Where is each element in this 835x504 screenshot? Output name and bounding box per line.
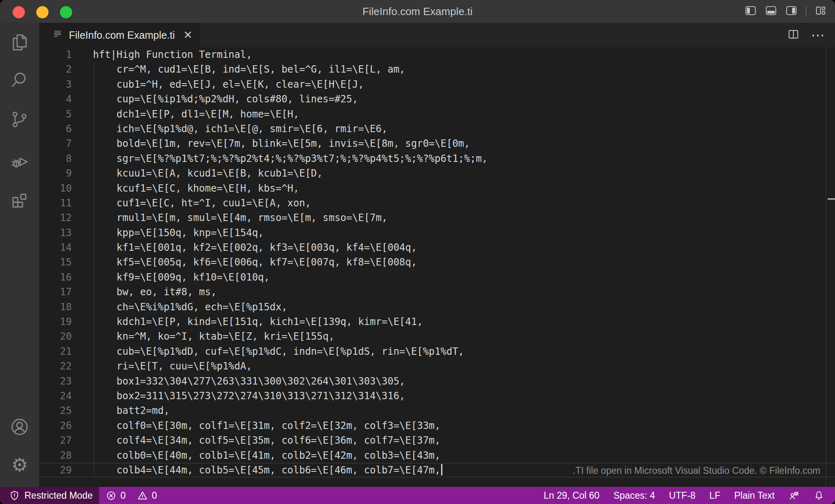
code-line[interactable]: 26 colf0=\E[30m, colf1=\E[31m, colf2=\E[… (39, 418, 835, 433)
code-text: ri=\E[T, cuu=\E[%p1%dA, (72, 359, 252, 374)
toggle-panel-icon[interactable] (765, 5, 777, 18)
code-line[interactable]: 3 cub1=^H, ed=\E[J, el=\E[K, clear=\E[H\… (39, 77, 835, 92)
code-line[interactable]: 2 cr=^M, cud1=\E[B, ind=\E[S, bel=^G, il… (39, 62, 835, 77)
language-mode-item[interactable]: Plain Text (734, 490, 775, 501)
settings-gear-icon[interactable]: ⚙ (10, 455, 29, 475)
code-line[interactable]: 25 batt2=md, (39, 403, 835, 418)
code-line[interactable]: 23 box1=332\304\277\263\331\300\302\264\… (39, 374, 835, 389)
tab-fileinfo-example[interactable]: FileInfo.com Example.ti ✕ (39, 23, 200, 47)
code-line[interactable]: 1hft|High Function Terminal, (39, 47, 835, 62)
problems-item[interactable]: 0 0 (106, 490, 157, 501)
line-number: 9 (39, 166, 72, 181)
activity-bar: ⚙ (0, 23, 39, 487)
cursor-position-item[interactable]: Ln 29, Col 60 (544, 490, 600, 501)
code-line[interactable]: 21 cub=\E[%p1%dD, cuf=\E[%p1%dC, indn=\E… (39, 344, 835, 359)
code-line[interactable]: 12 rmul1=\E[m, smul=\E[4m, rmso=\E[m, sm… (39, 210, 835, 225)
code-text: cr=^M, cud1=\E[B, ind=\E[S, bel=^G, il1=… (72, 62, 405, 77)
code-line[interactable]: 7 bold=\E[1m, rev=\E[7m, blink=\E[5m, in… (39, 136, 835, 151)
zoom-window-button[interactable] (60, 6, 72, 18)
code-line[interactable]: 6 ich=\E[%p1%d@, ich1=\E[@, smir=\E[6, r… (39, 122, 835, 136)
notifications-bell-icon[interactable] (813, 490, 824, 501)
code-line[interactable]: 5 dch1=\E[P, dl1=\E[M, home=\E[H, (39, 107, 835, 122)
explorer-icon[interactable] (10, 32, 29, 52)
line-number: 12 (39, 210, 72, 225)
line-number: 28 (39, 448, 72, 463)
code-line[interactable]: 14 kf1=\E[001q, kf2=\E[002q, kf3=\E[003q… (39, 240, 835, 255)
line-number: 23 (39, 374, 72, 389)
code-line[interactable]: 8 sgr=\E[%?%p1%t7;%;%?%p2%t4;%;%?%p3%t7;… (39, 151, 835, 166)
line-number: 21 (39, 344, 72, 359)
customize-layout-icon[interactable] (815, 5, 827, 18)
indent-guide (94, 62, 94, 477)
code-text: kn=^M, ko=^I, ktab=\E[Z, kri=\E[155q, (72, 329, 334, 344)
more-actions-icon[interactable]: ⋯ (811, 29, 826, 41)
tab-bar: FileInfo.com Example.ti ✕ ⋯ (39, 23, 835, 47)
code-text: dch1=\E[P, dl1=\E[M, home=\E[H, (72, 107, 299, 122)
extensions-icon[interactable] (10, 189, 29, 209)
code-line[interactable]: 10 kcuf1=\E[C, khome=\E[H, kbs=^H, (39, 181, 835, 196)
editor-actions: ⋯ (787, 23, 826, 47)
code-text: cup=\E[%ip1%d;%p2%dH, cols#80, lines=#25… (72, 92, 358, 106)
line-number: 2 (39, 62, 72, 77)
code-line[interactable]: 15 kf5=\E[005q, kf6=\E[006q, kf7=\E[007q… (39, 255, 835, 270)
main-area: ⚙ FileInfo.com Example.ti ✕ (0, 23, 835, 487)
code-line[interactable]: 16 kf9=\E[009q, kf10=\E[010q, (39, 270, 835, 285)
line-number: 14 (39, 240, 72, 255)
search-icon[interactable] (10, 70, 29, 90)
code-line[interactable]: 13 kpp=\E[150q, knp=\E[154q, (39, 225, 835, 240)
run-and-debug-icon[interactable] (10, 151, 29, 171)
code-line[interactable]: 11 cuf1=\E[C, ht=^I, cuu1=\E[A, xon, (39, 196, 835, 210)
line-number: 1 (39, 47, 72, 62)
code-line[interactable]: 18 ch=\E%i%p1%dG, ech=\E[%p15dx, (39, 300, 835, 314)
line-number: 17 (39, 285, 72, 299)
code-line[interactable]: 17 bw, eo, it#8, ms, (39, 285, 835, 299)
eol-item[interactable]: LF (709, 490, 720, 501)
close-window-button[interactable] (13, 6, 25, 18)
indentation-item[interactable]: Spaces: 4 (613, 490, 655, 501)
vscode-window: FileInfo.com Example.ti (0, 0, 835, 504)
scrollbar-divider (826, 47, 826, 487)
code-text: colb0=\E[40m, colb1=\E[41m, colb2=\E[42m… (72, 448, 441, 463)
toggle-secondary-sidebar-icon[interactable] (785, 5, 797, 18)
code-text: batt2=md, (72, 403, 170, 418)
code-text: cub1=^H, ed=\E[J, el=\E[K, clear=\E[H\E[… (72, 77, 364, 92)
line-number: 27 (39, 433, 72, 448)
minimize-window-button[interactable] (36, 6, 49, 18)
code-text: cub=\E[%p1%dD, cuf=\E[%p1%dC, indn=\E[%p… (72, 344, 464, 359)
warning-count: 0 (152, 490, 157, 501)
line-number: 18 (39, 300, 72, 314)
error-count: 0 (120, 490, 126, 501)
code-line[interactable]: 9 kcuu1=\E[A, kcud1=\E[B, kcub1=\E[D, (39, 166, 835, 181)
code-text: colb4=\E[44m, colb5=\E[45m, colb6=\E[46m… (72, 464, 442, 477)
editor[interactable]: 1hft|High Function Terminal,2 cr=^M, cud… (39, 47, 835, 487)
encoding-item[interactable]: UTF-8 (669, 490, 696, 501)
line-number: 5 (39, 107, 72, 122)
line-number: 20 (39, 329, 72, 344)
source-control-icon[interactable] (10, 110, 29, 129)
code-text: ch=\E%i%p1%dG, ech=\E[%p15dx, (72, 300, 287, 314)
line-number: 13 (39, 225, 72, 240)
code-text: kcuf1=\E[C, khome=\E[H, kbs=^H, (72, 181, 299, 196)
accounts-icon[interactable] (10, 417, 29, 437)
window-title: FileInfo.com Example.ti (362, 5, 473, 18)
tab-label: FileInfo.com Example.ti (69, 29, 175, 41)
restricted-mode-item[interactable]: Restricted Mode (0, 487, 99, 504)
code-text: box1=332\304\277\263\331\300\302\264\301… (72, 374, 405, 389)
split-editor-icon[interactable] (787, 28, 800, 42)
line-number: 7 (39, 136, 72, 151)
code-line[interactable]: 24 box2=311\315\273\272\274\310\313\271\… (39, 389, 835, 403)
code-line[interactable]: 22 ri=\E[T, cuu=\E[%p1%dA, (39, 359, 835, 374)
code-line[interactable]: 27 colf4=\E[34m, colf5=\E[35m, colf6=\E[… (39, 433, 835, 448)
code-text: ich=\E[%p1%d@, ich1=\E[@, smir=\E[6, rmi… (72, 122, 387, 136)
code-line[interactable]: 20 kn=^M, ko=^I, ktab=\E[Z, kri=\E[155q, (39, 329, 835, 344)
close-tab-icon[interactable]: ✕ (183, 29, 192, 42)
restricted-mode-label: Restricted Mode (24, 490, 93, 501)
code-line[interactable]: 4 cup=\E[%ip1%d;%p2%dH, cols#80, lines=#… (39, 92, 835, 106)
feedback-icon[interactable] (789, 490, 800, 501)
line-number: 8 (39, 151, 72, 166)
code-text: kdch1=\E[P, kind=\E[151q, kich1=\E[139q,… (72, 314, 423, 329)
code-line[interactable]: 19 kdch1=\E[P, kind=\E[151q, kich1=\E[13… (39, 314, 835, 329)
toggle-primary-sidebar-icon[interactable] (744, 5, 757, 18)
code-line[interactable]: 28 colb0=\E[40m, colb1=\E[41m, colb2=\E[… (39, 448, 835, 463)
line-number: 15 (39, 255, 72, 270)
